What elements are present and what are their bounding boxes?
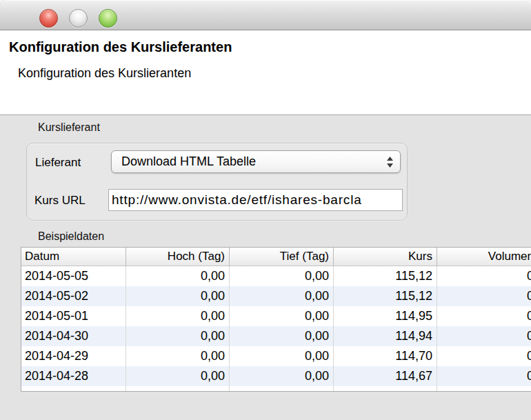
table-cell: 114,95: [334, 306, 437, 326]
table-cell: 0: [437, 366, 531, 386]
table-row[interactable]: 2014-04-250,000,00114,750: [21, 386, 531, 392]
kurs-url-input[interactable]: [108, 189, 403, 211]
zoom-button[interactable]: [99, 9, 117, 28]
table-cell: 0: [437, 286, 531, 306]
table-cell: 114,75: [334, 386, 437, 392]
table-cell: 114,94: [334, 326, 437, 346]
dialog-title: Konfiguration des Kurslieferanten: [9, 39, 232, 55]
dropdown-arrows-icon: [386, 156, 394, 168]
header-panel: Konfiguration des Kurslieferanten Konfig…: [0, 30, 531, 115]
table-body: 2014-05-050,000,00115,1202014-05-020,000…: [21, 266, 531, 392]
table-cell: 0: [437, 266, 531, 286]
column-header-tief-tag[interactable]: Tief (Tag): [230, 248, 334, 266]
table-cell: 115,12: [334, 266, 437, 286]
lieferant-dropdown-value: Download HTML Tabelle: [121, 154, 256, 169]
lieferant-dropdown[interactable]: Download HTML Tabelle: [111, 150, 401, 173]
table-cell: 0,00: [126, 366, 230, 386]
table-cell: 114,70: [334, 346, 437, 366]
table-cell: 2014-05-02: [21, 286, 126, 306]
table-cell: 0: [437, 386, 531, 392]
table-cell: 2014-04-29: [21, 346, 126, 366]
table-cell: 0,00: [126, 326, 230, 346]
table-cell: 0,00: [230, 286, 334, 306]
column-header-volumen[interactable]: Volumen: [437, 248, 531, 266]
column-header-hoch-tag[interactable]: Hoch (Tag): [126, 248, 230, 266]
column-header-datum[interactable]: Datum: [21, 248, 126, 266]
table-cell: 0: [437, 326, 531, 346]
lieferant-label: Lieferant: [35, 156, 81, 170]
table-cell: 2014-05-05: [21, 266, 126, 286]
column-header-kurs[interactable]: Kurs: [334, 248, 437, 266]
table-row[interactable]: 2014-04-290,000,00114,700: [21, 346, 531, 366]
table-cell: 0,00: [126, 346, 230, 366]
table-cell: 0,00: [126, 286, 230, 306]
table-cell: 2014-04-30: [21, 326, 126, 346]
table-cell: 0,00: [126, 266, 230, 286]
table-cell: 0,00: [230, 346, 334, 366]
sample-data-table[interactable]: DatumHoch (Tag)Tief (Tag)KursVolumen 201…: [21, 247, 531, 392]
table-row[interactable]: 2014-04-300,000,00114,940: [21, 326, 531, 346]
close-button[interactable]: [39, 9, 58, 28]
table-cell: 2014-04-25: [21, 386, 126, 392]
table-row[interactable]: 2014-05-020,000,00115,120: [21, 286, 531, 306]
table-cell: 0,00: [230, 326, 334, 346]
table-header-row: DatumHoch (Tag)Tief (Tag)KursVolumen: [21, 248, 531, 266]
table-row[interactable]: 2014-05-050,000,00115,120: [21, 266, 531, 286]
beispieldaten-label: Beispieldaten: [38, 230, 104, 243]
table-cell: 2014-04-28: [21, 366, 126, 386]
kurs-url-label: Kurs URL: [34, 194, 86, 208]
table-cell: 114,67: [334, 366, 437, 386]
minimize-button[interactable]: [69, 9, 88, 28]
table-row[interactable]: 2014-05-010,000,00114,950: [21, 306, 531, 326]
table-cell: 0: [437, 306, 531, 326]
table-cell: 2014-05-01: [21, 306, 126, 326]
table-cell: 115,12: [334, 286, 437, 306]
table-row[interactable]: 2014-04-280,000,00114,670: [21, 366, 531, 386]
table-cell: 0,00: [126, 386, 230, 392]
table-cell: 0,00: [230, 366, 334, 386]
table-cell: 0,00: [230, 266, 334, 286]
table-cell: 0,00: [126, 306, 230, 326]
title-bar[interactable]: [0, 0, 531, 30]
dialog-window: Konfiguration des Kurslieferanten Konfig…: [0, 0, 531, 420]
dialog-subtitle: Konfiguration des Kurslieranten: [18, 66, 191, 81]
table-cell: 0,00: [230, 386, 334, 392]
kurslieferant-group-label: Kurslieferant: [38, 121, 100, 134]
content-area: Kurslieferant Lieferant Download HTML Ta…: [0, 115, 531, 420]
table-cell: 0: [437, 346, 531, 366]
table-cell: 0,00: [230, 306, 334, 326]
kurslieferant-groupbox: Lieferant Download HTML Tabelle Kurs URL: [26, 143, 408, 221]
